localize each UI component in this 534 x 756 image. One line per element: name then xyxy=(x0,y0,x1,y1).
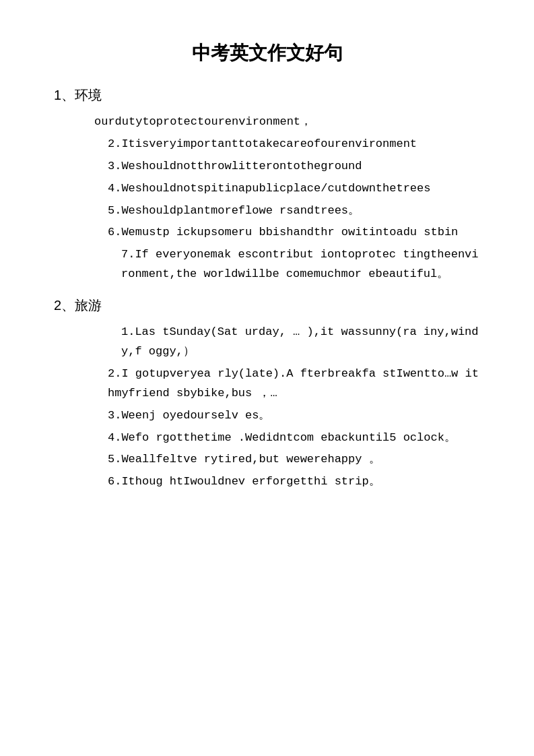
travel-line-3: 3.Weenj oyedourselv es。 xyxy=(54,406,480,426)
travel-line-6: 6.Ithoug htIwouldnev erforgetthi strip。 xyxy=(54,472,480,492)
page-title: 中考英文作文好句 xyxy=(54,40,480,66)
section-environment-heading: 1、环境 xyxy=(54,86,480,104)
travel-line-2: 2.I gotupveryea rly(late).A fterbreakfa … xyxy=(54,365,480,404)
section-travel-heading: 2、旅游 xyxy=(54,296,480,315)
env-line-7: 7.If everyonemak escontribut iontoprotec… xyxy=(54,245,480,284)
env-line-6: 6.Wemustp ickupsomeru bbishandthr owitin… xyxy=(54,223,480,243)
travel-line-5: 5.Weallfeltve rytired,but wewerehappy 。 xyxy=(54,450,480,470)
travel-line-1: 1.Las tSunday(Sat urday, … ),it wassunny… xyxy=(54,323,480,362)
section-environment: 1、环境ourdutytoprotectourenvironment，2.Iti… xyxy=(54,86,480,284)
env-line-4: 4.Weshouldnotspitinapublicplace/cutdownt… xyxy=(54,179,480,199)
env-line-1: ourdutytoprotectourenvironment， xyxy=(54,113,480,132)
env-line-3: 3.Weshouldnotthrowlitterontotheground xyxy=(54,157,480,177)
travel-line-4: 4.Wefo rgotthetime .Wedidntcom ebackunti… xyxy=(54,429,480,448)
env-line-5: 5.Weshouldplantmoreflowe rsandtrees。 xyxy=(54,201,480,221)
section-travel: 2、旅游1.Las tSunday(Sat urday, … ),it wass… xyxy=(54,296,480,492)
env-line-2: 2.Itisveryimportanttotakecareofourenviro… xyxy=(54,135,480,154)
